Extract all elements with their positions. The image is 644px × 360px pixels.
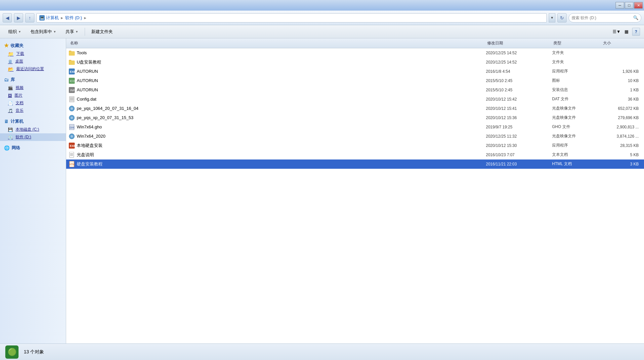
file-date: 2020/10/12 15:42 [486,97,552,102]
col-header-size[interactable]: 大小 [602,40,641,46]
music-label: 音乐 [16,108,23,113]
include-library-button[interactable]: 包含到库中 ▼ [26,27,61,37]
computer-path-item[interactable]: 计算机 [46,15,59,21]
close-button[interactable]: ✕ [634,2,643,9]
videos-icon: 🎬 [8,86,13,90]
file-name-cell: 光盘说明 [69,152,486,158]
svg-point-20 [71,136,72,137]
path-separator-2: ► [83,16,87,20]
file-date: 2020/12/25 11:32 [486,134,552,139]
search-icon[interactable]: 🔍 [633,15,638,20]
table-row[interactable]: GHO Win7x64.gho 2019/9/7 19:25 GHO 文件 2,… [66,122,644,132]
drive-path-item[interactable]: 软件 (D:) [65,15,82,21]
library-chevron-icon: ▼ [53,30,56,33]
file-date: 2020/10/12 15:41 [486,106,552,111]
computer-icon: 🖥 [4,119,9,124]
file-size: 1 KB [602,88,641,92]
sidebar-item-music[interactable]: 🎵 音乐 [0,107,66,114]
organize-button[interactable]: 组织 ▼ [4,27,25,37]
sidebar-item-videos[interactable]: 🎬 视频 [0,84,66,92]
title-bar: ─ □ ✕ [0,0,644,11]
preview-pane-button[interactable]: ▦ [622,27,631,36]
refresh-button[interactable]: ↻ [557,13,567,22]
table-row[interactable]: Tools 2020/12/25 14:52 文件夹 [66,48,644,58]
sidebar-item-downloads[interactable]: 📁 下载 [0,50,66,58]
table-row[interactable]: pe_yqs_xp_20_07_31_15_53 2020/10/12 15:3… [66,113,644,122]
file-type: 图标 [552,78,602,83]
favorites-header[interactable]: ★ 收藏夹 [0,41,66,50]
favorites-label: 收藏夹 [11,43,23,49]
table-row[interactable]: Win7x64_2020 2020/12/25 11:32 光盘映像文件 3,8… [66,132,644,141]
file-type: 安装信息 [552,87,602,93]
downloads-label: 下载 [16,51,24,57]
new-folder-button[interactable]: 新建文件夹 [87,27,117,37]
status-count: 13 个对象 [24,349,44,355]
file-name: 本地硬盘安装 [77,143,103,149]
file-icon [69,115,75,121]
back-button[interactable]: ◀ [3,13,12,22]
sidebar-item-recent[interactable]: 📂 最近访问的位置 [0,65,66,73]
svg-point-15 [71,117,72,118]
maximize-button[interactable]: □ [625,2,633,9]
library-header[interactable]: 🗂 库 [0,75,66,84]
file-name: 硬盘安装教程 [77,161,103,167]
recent-folder-icon: 📂 [8,67,14,72]
file-icon [69,133,75,139]
col-header-name[interactable]: 名称 [69,40,486,46]
local-c-label: 本地磁盘 (C:) [16,127,39,132]
table-row[interactable]: Config.dat 2020/10/12 15:42 DAT 文件 36 KB [66,95,644,104]
table-row[interactable]: 光盘说明 2016/10/23 7:07 文本文档 5 KB [66,150,644,159]
file-size: 5 KB [602,153,641,157]
svg-text:EXE: EXE [70,144,75,148]
file-date: 2020/12/25 14:52 [486,51,552,55]
table-row[interactable]: ICO AUTORUN 2015/5/10 2:45 图标 10 KB [66,76,644,85]
share-button[interactable]: 共享 ▼ [61,27,83,37]
file-icon: HTML [69,161,75,167]
file-date: 2015/5/10 2:45 [486,88,552,92]
organize-label: 组织 [8,29,17,35]
table-row[interactable]: U盘安装教程 2020/12/25 14:52 文件夹 [66,58,644,67]
up-button[interactable]: ↑ [25,13,34,22]
file-icon [69,152,75,158]
file-area: 名称 修改日期 类型 大小 Tools 2020/12/25 14:52 文件夹… [66,38,644,343]
file-name-cell: ICO AUTORUN [69,78,486,84]
svg-text:ICO: ICO [70,79,75,83]
table-row[interactable]: EXE AUTORUN 2016/1/8 4:54 应用程序 1,926 KB [66,67,644,76]
col-header-modified[interactable]: 修改日期 [486,40,552,46]
file-name-cell: U盘安装教程 [69,59,486,65]
table-row[interactable]: HTML 硬盘安装教程 2016/11/21 22:03 HTML 文档 3 K… [66,159,644,169]
search-box: 🔍 [569,13,641,22]
search-input[interactable] [572,16,632,20]
col-header-type[interactable]: 类型 [552,40,602,46]
pictures-icon: 🖼 [8,93,12,98]
network-header[interactable]: 🌐 网络 [0,144,66,152]
address-dropdown-button[interactable]: ▼ [549,13,555,22]
share-label: 共享 [65,29,74,35]
computer-header[interactable]: 🖥 计算机 [0,117,66,126]
file-name-cell: Tools [69,50,486,56]
table-row[interactable]: pe_yqs_1064_20_07_31_16_04 2020/10/12 15… [66,104,644,113]
sidebar-item-local-c[interactable]: 💾 本地磁盘 (C:) [0,126,66,133]
table-row[interactable]: INF AUTORUN 2015/5/10 2:45 安装信息 1 KB [66,85,644,95]
file-type: 应用程序 [552,143,602,148]
file-type: GHO 文件 [552,124,602,130]
network-icon: 🌐 [4,145,10,151]
forward-button[interactable]: ▶ [14,13,23,22]
file-date: 2020/12/25 14:52 [486,60,552,65]
favorites-section: ★ 收藏夹 📁 下载 🖥 桌面 📂 最近访问的位置 [0,41,66,73]
computer-section: 🖥 计算机 💾 本地磁盘 (C:) 💿 软件 (D:) [0,117,66,141]
music-icon: 🎵 [8,109,13,113]
help-button[interactable]: ? [632,28,640,36]
minimize-button[interactable]: ─ [616,2,624,9]
main-area: ★ 收藏夹 📁 下载 🖥 桌面 📂 最近访问的位置 🗂 库 [0,38,644,343]
sidebar-item-pictures[interactable]: 🖼 图片 [0,92,66,99]
file-name: pe_yqs_xp_20_07_31_15_53 [77,115,133,120]
view-toggle-button[interactable]: ☰▼ [612,27,621,36]
sidebar-item-documents[interactable]: 📄 文档 [0,99,66,107]
table-row[interactable]: EXE 本地硬盘安装 2020/10/12 15:30 应用程序 28,315 … [66,141,644,150]
sidebar-item-desktop[interactable]: 🖥 桌面 [0,58,66,65]
file-name-cell: GHO Win7x64.gho [69,124,486,130]
file-date: 2015/5/10 2:45 [486,78,552,83]
library-label: 库 [11,77,15,83]
sidebar-item-software-d[interactable]: 💿 软件 (D:) [0,133,66,141]
